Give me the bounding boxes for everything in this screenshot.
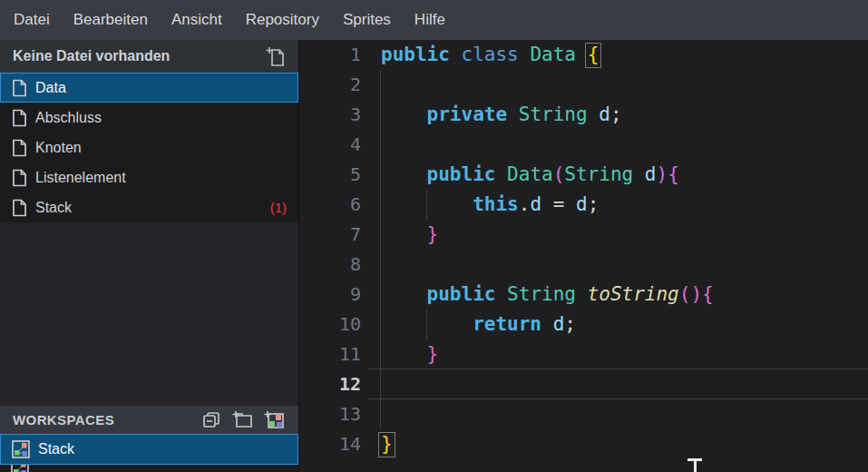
file-icon	[12, 169, 27, 187]
code-line-5[interactable]: 5 public Data(String d){	[299, 160, 868, 190]
file-icon	[12, 109, 27, 127]
code-text: }	[381, 429, 393, 459]
line-number: 8	[299, 250, 361, 280]
code-line-12[interactable]: 12	[299, 369, 868, 399]
line-number: 1	[299, 40, 361, 70]
error-count-badge: (1)	[270, 200, 287, 215]
file-list-item-knoten[interactable]: Knoten	[0, 133, 298, 162]
file-icon	[12, 79, 27, 97]
text-cursor-ibeam	[688, 458, 702, 472]
file-icon	[12, 139, 27, 157]
code-text: }	[381, 220, 438, 250]
code-line-3[interactable]: 3 private String d;	[299, 100, 868, 130]
line-number: 4	[299, 130, 361, 160]
workspaces-title: WORKSPACES	[13, 412, 201, 428]
file-name: Listenelement	[35, 170, 126, 186]
line-number: 5	[299, 160, 361, 190]
file-list-item-listenelement[interactable]: Listenelement	[0, 162, 298, 192]
file-list-item-data[interactable]: Data	[0, 73, 298, 103]
workspace-list: Stack	[0, 434, 298, 472]
code-line-7[interactable]: 7 }	[299, 220, 868, 250]
line-number: 2	[299, 70, 361, 100]
sidebar: Keine Datei vorhanden Data	[0, 40, 299, 472]
code-text: public Data(String d){	[381, 160, 679, 190]
code-line-1[interactable]: 1public class Data {	[299, 40, 868, 70]
file-panel-header: Keine Datei vorhanden	[0, 40, 298, 73]
file-list-item-abschluss[interactable]: Abschluss	[0, 103, 298, 133]
workspaces-toolbar	[201, 410, 286, 430]
collapse-windows-icon[interactable]	[201, 410, 222, 429]
code-text: private String d;	[381, 100, 622, 130]
menu-item-datei[interactable]: Datei	[2, 0, 62, 40]
ide-window: DateiBearbeitenAnsichtRepositorySpritesH…	[0, 0, 868, 472]
workspace-diagram-icon	[11, 465, 29, 472]
line-number: 6	[299, 190, 361, 220]
menu-item-hilfe[interactable]: Hilfe	[403, 0, 457, 40]
file-name: Knoten	[35, 140, 82, 156]
line-number: 9	[299, 280, 361, 310]
menu-item-sprites[interactable]: Sprites	[331, 0, 403, 40]
file-icon	[12, 199, 27, 217]
file-list: Data Abschluss Knoten Listenelement	[0, 73, 298, 222]
menu-item-repository[interactable]: Repository	[234, 0, 331, 40]
file-list-item-stack[interactable]: Stack (1)	[0, 192, 298, 222]
line-number: 13	[299, 399, 361, 429]
line-number: 10	[299, 310, 361, 339]
code-text: public class Data {	[381, 40, 599, 70]
code-text: this.d = d;	[381, 190, 599, 220]
code-text: return d;	[381, 310, 576, 339]
line-number: 12	[299, 369, 361, 399]
file-name: Abschluss	[35, 110, 102, 126]
code-line-13[interactable]: 13	[299, 399, 868, 429]
code-line-2[interactable]: 2	[299, 70, 868, 100]
new-folder-icon[interactable]	[232, 410, 254, 429]
code-line-4[interactable]: 4	[299, 130, 868, 160]
workspace-item-partial[interactable]	[0, 465, 298, 472]
line-number: 3	[299, 100, 361, 130]
code-text: }	[381, 339, 438, 369]
line-number: 11	[299, 339, 361, 369]
line-number: 14	[299, 429, 361, 459]
workspace-diagram-icon	[12, 440, 30, 458]
menu-item-bearbeiten[interactable]: Bearbeiten	[62, 0, 160, 40]
workspace-item-stack[interactable]: Stack	[0, 434, 298, 465]
workspaces-header: WORKSPACES	[0, 406, 298, 434]
workspace-name: Stack	[38, 441, 74, 457]
code-line-8[interactable]: 8	[299, 250, 868, 280]
new-file-icon[interactable]	[266, 46, 286, 67]
file-name: Data	[35, 80, 66, 96]
new-workspace-icon[interactable]	[264, 410, 286, 430]
code-text: public String toString(){	[381, 280, 714, 310]
file-name: Stack	[35, 200, 72, 216]
sidebar-empty-area	[0, 222, 298, 406]
code-line-6[interactable]: 6 this.d = d;	[299, 190, 868, 220]
code-editor[interactable]: 1public class Data {23 private String d;…	[299, 40, 868, 472]
line-number: 7	[299, 220, 361, 250]
menu-bar: DateiBearbeitenAnsichtRepositorySpritesH…	[0, 0, 868, 40]
code-line-9[interactable]: 9 public String toString(){	[299, 280, 868, 310]
code-line-10[interactable]: 10 return d;	[299, 310, 868, 339]
file-panel-title: Keine Datei vorhanden	[13, 48, 266, 64]
menu-item-ansicht[interactable]: Ansicht	[160, 0, 234, 40]
code-line-14[interactable]: 14}	[299, 429, 868, 459]
code-line-11[interactable]: 11 }	[299, 339, 868, 369]
